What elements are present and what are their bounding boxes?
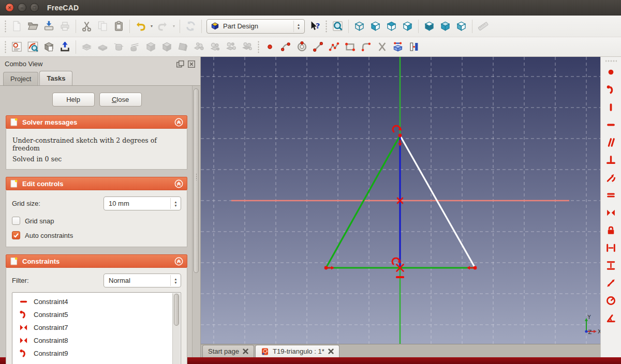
undo-button[interactable] <box>132 19 149 34</box>
view-top-button[interactable] <box>383 19 400 34</box>
create-point-button[interactable] <box>262 39 278 55</box>
document-tab[interactable]: Start page <box>202 345 254 357</box>
redo-button[interactable] <box>155 19 171 34</box>
constrain-distance-x-button[interactable] <box>603 241 619 254</box>
constraint-list-scrollbar[interactable]: ▼ <box>172 293 180 364</box>
help-button[interactable]: Help <box>52 93 95 107</box>
document-tab[interactable]: T19-triangulo : 1* <box>255 345 339 357</box>
constrain-parallel-button[interactable] <box>603 136 619 149</box>
grid-size-spinbox[interactable]: 10 mm ▲▼ <box>103 196 181 210</box>
constraint-list-item[interactable]: Constraint7 <box>12 321 181 334</box>
copy-button[interactable] <box>95 19 111 34</box>
constraints-header[interactable]: Constraints <box>6 254 187 268</box>
print-button[interactable] <box>57 19 73 34</box>
map-sketch-button[interactable] <box>41 39 57 55</box>
paste-button[interactable] <box>111 19 127 34</box>
constrain-distance-button[interactable] <box>603 277 619 290</box>
filter-combobox[interactable]: Normal ▲▼ <box>103 274 181 287</box>
constrain-point-on-object-button[interactable] <box>603 83 619 96</box>
new-sketch-button[interactable] <box>9 39 25 55</box>
constraint-list[interactable]: Constraint4Constraint5Constraint7Constra… <box>12 292 181 364</box>
view-rear-button[interactable] <box>421 19 437 34</box>
groove-button[interactable] <box>127 39 143 55</box>
view-front-button[interactable] <box>367 19 383 34</box>
toolbar-grip[interactable] <box>605 59 617 63</box>
view-axonometric-button[interactable] <box>351 19 367 34</box>
constrain-horizontal-button[interactable] <box>603 118 619 131</box>
constrain-coincident-button[interactable] <box>603 66 619 79</box>
constrain-tangent-button[interactable] <box>603 171 619 184</box>
constrain-symmetric-button[interactable] <box>603 206 619 219</box>
scrollbar-thumb[interactable] <box>194 88 199 273</box>
measure-button[interactable] <box>475 19 491 34</box>
open-document-button[interactable] <box>25 19 41 34</box>
combobox-arrows-icon[interactable]: ▲▼ <box>293 21 303 32</box>
trim-edge-button[interactable] <box>374 39 390 55</box>
new-document-button[interactable] <box>9 19 25 34</box>
create-rectangle-button[interactable] <box>342 39 358 55</box>
workbench-selector[interactable]: Part Design▲▼ <box>206 19 305 34</box>
triangle-right-side[interactable] <box>400 135 475 268</box>
boolean-section-button[interactable] <box>239 39 255 55</box>
view-right-button[interactable] <box>400 19 416 34</box>
fit-all-button[interactable] <box>330 19 346 34</box>
view-bottom-button[interactable] <box>437 19 453 34</box>
triangle-left-side[interactable] <box>326 135 400 268</box>
view-left-button[interactable] <box>453 19 469 34</box>
leave-sketch-button[interactable] <box>57 39 73 55</box>
grid-snap-checkbox[interactable] <box>12 217 20 225</box>
edit-controls-header[interactable]: Edit controls <box>6 177 187 190</box>
whats-this-button[interactable]: ? <box>307 19 323 34</box>
constrain-perpendicular-button[interactable] <box>603 154 619 166</box>
create-polyline-button[interactable] <box>326 39 342 55</box>
draft-feature-button[interactable] <box>175 39 191 55</box>
undo-dropdown-arrow-icon[interactable]: ▾ <box>149 19 155 34</box>
solver-messages-header[interactable]: Solver messages <box>6 115 187 129</box>
chamfer-feature-button[interactable] <box>159 39 175 55</box>
collapse-section-icon[interactable] <box>174 257 183 266</box>
constraint-list-item[interactable]: Constraint5 <box>12 308 181 321</box>
fillet-feature-button[interactable] <box>143 39 159 55</box>
tab-tasks[interactable]: Tasks <box>39 71 72 85</box>
constrain-lock-button[interactable] <box>603 224 619 237</box>
toolbar-grip[interactable] <box>4 41 7 53</box>
combobox-arrows-icon[interactable]: ▲▼ <box>170 275 181 286</box>
constraint-list-item[interactable]: Constraint9 <box>12 347 181 360</box>
toolbar-grip[interactable] <box>257 41 260 53</box>
auto-constraints-checkbox[interactable] <box>12 231 20 239</box>
save-document-button[interactable] <box>41 19 57 34</box>
constrain-vertical-button[interactable] <box>603 101 619 114</box>
create-arc-button[interactable] <box>278 39 294 55</box>
spinbox-arrows-icon[interactable]: ▲▼ <box>170 198 181 209</box>
refresh-button[interactable] <box>183 19 199 34</box>
close-panel-icon[interactable] <box>187 60 196 68</box>
tab-project[interactable]: Project <box>3 72 38 85</box>
create-fillet-button[interactable] <box>358 39 374 55</box>
redo-dropdown-arrow-icon[interactable]: ▾ <box>171 19 177 34</box>
3d-viewport[interactable]: YZX <box>201 57 600 344</box>
revolution-button[interactable] <box>111 39 127 55</box>
pad-button[interactable] <box>79 39 95 55</box>
scrollbar-thumb[interactable] <box>174 294 179 326</box>
constraint-list-item[interactable]: Constraint8 <box>12 334 181 347</box>
tasks-scrollbar[interactable] <box>192 86 200 357</box>
tab-close-icon[interactable] <box>328 348 334 354</box>
create-line-button[interactable] <box>310 39 326 55</box>
toolbar-grip[interactable] <box>324 20 328 33</box>
boolean-cut-button[interactable] <box>223 39 239 55</box>
external-geometry-button[interactable] <box>390 39 406 55</box>
float-panel-icon[interactable] <box>176 60 184 68</box>
constrain-angle-button[interactable] <box>603 312 619 325</box>
construction-mode-button[interactable] <box>406 39 422 55</box>
sketch-canvas[interactable]: YZX <box>201 57 600 344</box>
cut-button[interactable] <box>79 19 95 34</box>
boolean-common-button[interactable] <box>207 39 223 55</box>
view-sketch-button[interactable] <box>25 39 41 55</box>
collapse-section-icon[interactable] <box>174 118 183 127</box>
constrain-distance-y-button[interactable] <box>603 259 619 272</box>
collapse-section-icon[interactable] <box>174 179 183 188</box>
constrain-equal-button[interactable] <box>603 189 619 202</box>
window-minimize-button[interactable]: – <box>18 3 26 12</box>
constraint-list-item[interactable]: Constraint4 <box>12 295 181 308</box>
create-circle-button[interactable] <box>294 39 310 55</box>
